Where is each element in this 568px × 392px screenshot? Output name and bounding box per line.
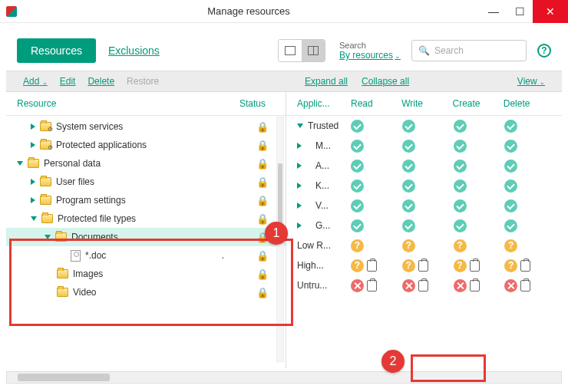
allow-icon[interactable] (402, 140, 415, 153)
permission-cell[interactable] (402, 180, 454, 193)
permission-cell[interactable]: ? (504, 239, 556, 252)
allow-icon[interactable] (402, 199, 415, 212)
allow-icon[interactable] (402, 160, 415, 173)
tree-expand-icon[interactable] (31, 124, 35, 130)
header-read[interactable]: Read (351, 98, 401, 109)
log-icon[interactable] (470, 260, 480, 272)
prompt-icon[interactable]: ? (504, 239, 517, 252)
permission-cell[interactable] (351, 180, 402, 193)
permission-cell[interactable] (351, 219, 402, 232)
header-status[interactable]: Status (239, 98, 278, 109)
allow-icon[interactable] (402, 219, 415, 232)
add-button[interactable]: Add ⌄ (23, 76, 48, 87)
permission-row[interactable]: Low R...???? (286, 236, 562, 255)
permission-cell[interactable] (454, 279, 505, 292)
permission-cell[interactable] (351, 199, 402, 212)
allow-icon[interactable] (504, 199, 517, 212)
allow-icon[interactable] (402, 180, 415, 193)
search-mode-dropdown[interactable]: By resources⌄ (339, 50, 401, 61)
deny-icon[interactable] (504, 279, 517, 292)
tree-row[interactable]: User files🔒 (6, 173, 286, 191)
allow-icon[interactable] (351, 199, 364, 212)
help-button[interactable]: ? (537, 44, 551, 58)
permission-cell[interactable] (351, 140, 402, 153)
maximize-button[interactable]: ☐ (507, 0, 533, 23)
tree-row[interactable]: Protected applications🔒 (6, 136, 286, 154)
permission-cell[interactable]: ? (402, 239, 454, 252)
horizontal-scrollbar[interactable] (6, 371, 562, 384)
allow-icon[interactable] (454, 180, 467, 193)
permission-cell[interactable] (454, 180, 505, 193)
permission-cell[interactable]: ? (402, 259, 454, 272)
permission-row[interactable]: K... (286, 176, 562, 196)
tree-row[interactable]: Documents🔒 (6, 228, 286, 246)
permission-cell[interactable] (454, 219, 505, 232)
log-icon[interactable] (367, 260, 377, 272)
permission-cell[interactable] (402, 120, 454, 133)
prompt-icon[interactable]: ? (504, 259, 517, 272)
header-write[interactable]: Write (401, 98, 452, 109)
tree-expand-icon[interactable] (31, 142, 35, 148)
permission-cell[interactable] (351, 279, 402, 292)
permission-row[interactable]: M... (286, 136, 562, 156)
tree-expand-icon[interactable] (297, 183, 302, 189)
permission-cell[interactable] (402, 160, 454, 173)
allow-icon[interactable] (504, 120, 517, 133)
log-icon[interactable] (367, 280, 377, 292)
tree-expand-icon[interactable] (297, 163, 302, 169)
permission-cell[interactable] (504, 279, 556, 292)
tree-expand-icon[interactable] (45, 235, 51, 239)
tree-expand-icon[interactable] (297, 203, 302, 209)
permission-cell[interactable]: ? (504, 259, 556, 272)
permission-cell[interactable] (454, 140, 505, 153)
restore-button[interactable]: Restore (127, 76, 159, 87)
permission-cell[interactable]: ? (454, 239, 505, 252)
permission-cell[interactable] (454, 120, 505, 133)
allow-icon[interactable] (454, 120, 467, 133)
tree-row[interactable]: *.doc.🔒 (6, 246, 286, 265)
permission-cell[interactable] (402, 219, 454, 232)
delete-button[interactable]: Delete (88, 76, 114, 87)
tab-resources[interactable]: Resources (17, 38, 96, 63)
permission-cell[interactable] (504, 140, 556, 153)
allow-icon[interactable] (504, 160, 517, 173)
close-button[interactable]: ✕ (533, 0, 568, 23)
permission-row[interactable]: High...???? (286, 255, 562, 275)
permission-row[interactable]: Untru... (286, 275, 562, 295)
allow-icon[interactable] (402, 120, 415, 133)
header-resource[interactable]: Resource (17, 98, 239, 109)
log-icon[interactable] (470, 280, 480, 292)
tree-row[interactable]: Personal data🔒 (6, 154, 286, 173)
allow-icon[interactable] (351, 160, 364, 173)
tree-expand-icon[interactable] (17, 161, 23, 166)
permission-cell[interactable]: ? (454, 259, 505, 272)
minimize-button[interactable]: — (480, 0, 507, 23)
permission-cell[interactable] (504, 180, 556, 193)
permission-cell[interactable] (402, 279, 454, 292)
search-input[interactable]: 🔍 Search (411, 40, 527, 61)
permission-cell[interactable] (454, 160, 505, 173)
allow-icon[interactable] (454, 160, 467, 173)
edit-button[interactable]: Edit (60, 76, 76, 87)
tree-row[interactable]: System services🔒 (6, 117, 286, 136)
deny-icon[interactable] (402, 279, 415, 292)
permission-cell[interactable] (504, 199, 556, 212)
prompt-icon[interactable]: ? (402, 259, 415, 272)
permission-row[interactable]: A... (286, 156, 562, 176)
view-dropdown[interactable]: View ⌄ (517, 76, 545, 87)
allow-icon[interactable] (504, 180, 517, 193)
tab-exclusions[interactable]: Exclusions (108, 44, 160, 57)
permission-cell[interactable] (454, 199, 505, 212)
prompt-icon[interactable]: ? (402, 239, 415, 252)
permission-cell[interactable] (402, 140, 454, 153)
prompt-icon[interactable]: ? (454, 239, 467, 252)
permission-cell[interactable]: ? (351, 239, 402, 252)
tree-expand-icon[interactable] (297, 222, 302, 229)
permission-row[interactable]: V... (286, 196, 562, 216)
tree-expand-icon[interactable] (31, 197, 35, 203)
log-icon[interactable] (418, 260, 428, 272)
prompt-icon[interactable]: ? (454, 259, 467, 272)
permission-cell[interactable] (504, 219, 556, 232)
allow-icon[interactable] (454, 199, 467, 212)
allow-icon[interactable] (351, 140, 364, 153)
